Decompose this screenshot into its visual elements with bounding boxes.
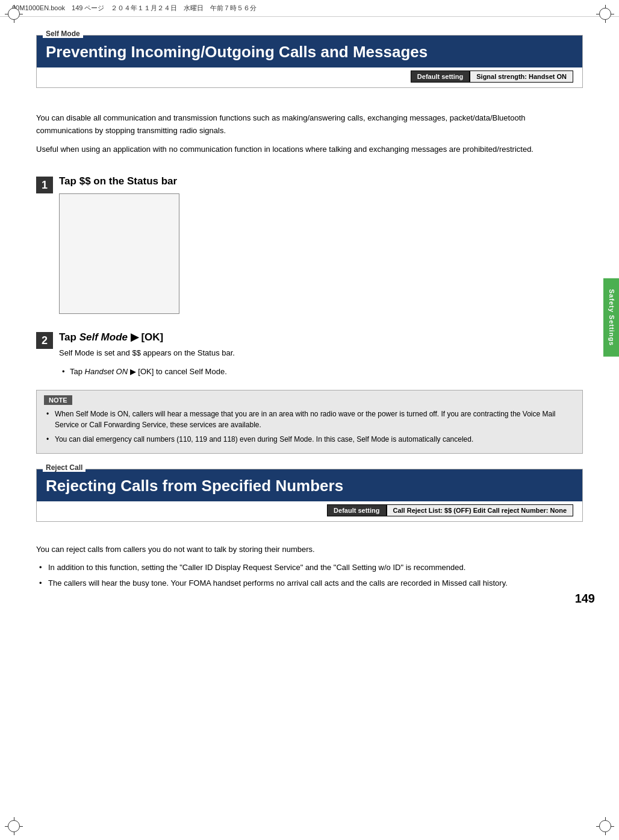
step2-desc: Self Mode is set and $$ appears on the S… <box>59 347 583 360</box>
self-mode-intro2: Useful when using an application with no… <box>36 143 583 156</box>
badge-default-setting-2: Default setting <box>327 504 386 516</box>
step2-number: 2 <box>36 332 53 349</box>
step2-title: Tap Self Mode ▶ [OK] <box>59 331 583 343</box>
note-list: When Self Mode is ON, callers will hear … <box>44 409 575 445</box>
reject-call-title: Rejecting Calls from Specified Numbers <box>46 477 343 495</box>
badge-signal-strength: Signal strength: Handset ON <box>470 71 573 83</box>
corner-decoration-br <box>596 817 614 835</box>
step1-title: Tap $$ on the Status bar <box>59 175 583 187</box>
reject-bullet-2: The callers will hear the busy tone. You… <box>36 577 583 589</box>
self-mode-badges: Default setting Signal strength: Handset… <box>37 67 582 87</box>
reject-call-bullets: In addition to this function, setting th… <box>36 562 583 589</box>
note-label: NOTE <box>44 395 72 405</box>
badge-default-setting-1: Default setting <box>411 71 470 83</box>
self-mode-label: Self Mode <box>43 30 83 38</box>
step2-container: 2 Tap Self Mode ▶ [OK] Self Mode is set … <box>36 331 583 380</box>
step2-bullet1: Tap Handset ON ▶ [OK] to cancel Self Mod… <box>59 366 583 378</box>
step1-container: 1 Tap $$ on the Status bar <box>36 175 583 320</box>
step2-bullets: Tap Handset ON ▶ [OK] to cancel Self Mod… <box>59 366 583 378</box>
side-tab: Safety Settings <box>603 278 619 357</box>
step1-number: 1 <box>36 177 53 193</box>
step1-image <box>59 193 179 314</box>
page-container: 00M1000EN.book 149 ページ ２０４年１１月２４日 水曜日 午前… <box>0 0 619 840</box>
header-bar: 00M1000EN.book 149 ページ ２０４年１１月２４日 水曜日 午前… <box>0 0 619 17</box>
note-item-2: You can dial emergency call numbers (110… <box>44 434 575 445</box>
main-content: Self Mode Preventing Incoming/Outgoing C… <box>0 17 619 618</box>
note-item-1: When Self Mode is ON, callers will hear … <box>44 409 575 430</box>
reject-call-title-bar: Rejecting Calls from Specified Numbers <box>37 469 582 501</box>
step2-italic2: Handset ON <box>85 367 128 376</box>
note-section: NOTE When Self Mode is ON, callers will … <box>36 390 583 454</box>
step2-italic: Self Mode <box>79 331 128 343</box>
self-mode-content: You can disable all communication and tr… <box>36 106 583 165</box>
self-mode-intro1: You can disable all communication and tr… <box>36 112 583 137</box>
header-text: 00M1000EN.book 149 ページ ２０４年１１月２４日 水曜日 午前… <box>12 4 257 13</box>
reject-call-label: Reject Call <box>43 463 86 472</box>
reject-call-intro: You can reject calls from callers you do… <box>36 544 583 556</box>
reject-call-content: You can reject calls from callers you do… <box>36 540 583 594</box>
page-number: 149 <box>575 592 595 606</box>
self-mode-title-bar: Preventing Incoming/Outgoing Calls and M… <box>37 36 582 67</box>
step2-content: Tap Self Mode ▶ [OK] Self Mode is set an… <box>59 331 583 380</box>
reject-call-badges: Default setting Call Reject List: $$ (OF… <box>37 501 582 521</box>
step1-content: Tap $$ on the Status bar <box>59 175 583 320</box>
reject-call-wrapper: Reject Call Rejecting Calls from Specifi… <box>36 469 583 594</box>
self-mode-title: Preventing Incoming/Outgoing Calls and M… <box>46 43 428 61</box>
reject-call-section: Reject Call Rejecting Calls from Specifi… <box>36 469 583 522</box>
self-mode-section: Self Mode Preventing Incoming/Outgoing C… <box>36 35 583 88</box>
corner-decoration-bl <box>5 817 23 835</box>
reject-bullet-1: In addition to this function, setting th… <box>36 562 583 574</box>
badge-call-reject: Call Reject List: $$ (OFF) Edit Call rej… <box>387 504 574 516</box>
